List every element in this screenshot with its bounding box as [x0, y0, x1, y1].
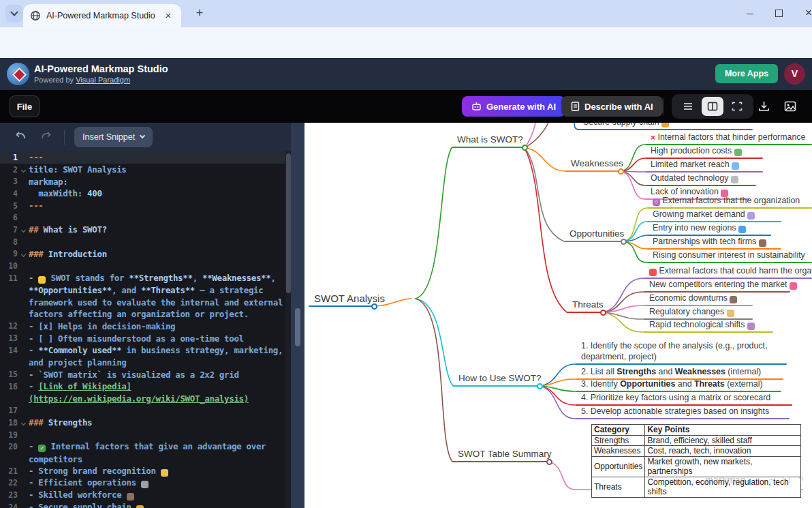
fold-chevron-icon[interactable] — [20, 168, 25, 173]
map-node-how-to-use-swot[interactable]: How to Use SWOT? — [453, 373, 546, 386]
editor-line[interactable]: 11- SWOT stands for **Strengths**, **Wea… — [0, 272, 285, 284]
undo-icon[interactable] — [14, 131, 27, 143]
editor-line[interactable]: 15- `SWOT matrix` is visualized as a 2x2… — [0, 368, 285, 380]
zoom-in-icon[interactable]: + — [755, 475, 760, 485]
map-node-opp-1[interactable]: ○ External factors that the organization — [647, 195, 804, 208]
node-fold-circle[interactable] — [600, 310, 606, 316]
fold-chevron-icon[interactable] — [20, 421, 25, 425]
editor-line[interactable]: 24- Secure supply chain — [0, 501, 285, 508]
window-close-button[interactable]: × — [805, 6, 812, 20]
new-tab-button[interactable]: + — [192, 6, 207, 20]
map-node-swot-table-summary[interactable]: SWOT Table Summary — [452, 449, 556, 462]
map-node-how-1[interactable]: 1. Identify the scope of the analysis (e… — [576, 340, 771, 364]
editor-only-view-button[interactable] — [677, 97, 699, 116]
map-node-root[interactable]: SWOT Analysis — [309, 293, 389, 306]
editor-line[interactable]: 17 — [0, 404, 285, 417]
more-apps-button[interactable]: More Apps — [715, 64, 778, 83]
editor-line[interactable]: 19 — [0, 429, 285, 441]
map-node-opp-5[interactable]: Rising consumer interest in sustainabili… — [647, 250, 809, 263]
tab-close-icon[interactable]: × — [162, 10, 174, 22]
editor-line[interactable]: (https://en.wikipedia.org/wiki/SWOT_anal… — [0, 393, 285, 405]
editor-line[interactable]: 4 maxWidth: 400 — [0, 188, 285, 200]
split-view-button[interactable] — [702, 97, 723, 116]
file-button[interactable]: File — [10, 95, 40, 117]
map-node-opp-4[interactable]: Partnerships with tech firms — [647, 236, 770, 249]
generate-with-ai-button[interactable]: Generate with AI — [462, 96, 565, 117]
editor-line[interactable]: 16- [Link of Wikipedia] — [0, 380, 285, 393]
map-node-threats[interactable]: Threats — [567, 299, 608, 312]
mindmap-panel[interactable]: SWOT AnalysisWhat is SWOT?WeaknessesOppo… — [304, 123, 812, 508]
export-image-icon[interactable] — [784, 101, 796, 112]
user-avatar[interactable]: V — [784, 63, 805, 85]
editor-line[interactable]: **Opportunities**, and **Threats** — a s… — [0, 284, 285, 297]
map-node-how-4[interactable]: 4. Prioritize key factors using a matrix… — [576, 392, 775, 405]
fullscreen-view-button[interactable] — [726, 97, 748, 116]
visual-paradigm-link[interactable]: Visual Paradigm — [76, 76, 130, 84]
node-fold-circle[interactable] — [371, 303, 377, 310]
editor-line[interactable]: 13- [ ] Often misunderstood as a one-tim… — [0, 332, 285, 344]
map-node-how-5[interactable]: 5. Develop actionable strategies based o… — [576, 406, 773, 419]
map-node-threat-2[interactable]: New competitors entering the market — [644, 279, 801, 292]
help-icon[interactable]: ? — [798, 475, 803, 485]
editor-scrollbar-thumb[interactable] — [286, 153, 291, 293]
map-node-threat-4[interactable]: Regulatory changes — [644, 306, 738, 319]
editor-line[interactable]: 5--- — [0, 200, 285, 212]
map-node-threat-5[interactable]: Rapid technological shifts — [644, 319, 759, 332]
panel-divider-handle[interactable] — [295, 308, 300, 346]
editor-line[interactable]: 12- [x] Helps in decision-making — [0, 320, 285, 333]
node-fold-circle[interactable] — [621, 239, 627, 245]
map-node-weak-3[interactable]: Limited market reach — [645, 159, 743, 172]
map-node-weak-2[interactable]: High production costs — [645, 145, 746, 158]
map-node-opp-2[interactable]: Growing market demand — [647, 209, 759, 222]
map-node-how-3[interactable]: 3. Identify Opportunities and Threats (e… — [576, 378, 767, 391]
redo-icon[interactable] — [40, 131, 53, 143]
editor-line[interactable]: framework used to evaluate the internal … — [0, 296, 285, 308]
map-node-weak-4[interactable]: Outdated technology — [645, 173, 743, 185]
editor-line[interactable]: 6 — [0, 211, 285, 224]
map-node-opp-3[interactable]: Entry into new regions — [647, 222, 750, 235]
markmap-brand[interactable]: markmap — [705, 475, 746, 485]
code-editor[interactable]: 1---2title: SWOT Analysis3markmap:4 maxW… — [0, 151, 285, 508]
map-node-what-is-swot[interactable]: What is SWOT? — [452, 134, 527, 147]
node-fold-circle[interactable] — [537, 383, 543, 389]
editor-line[interactable]: 7## What is SWOT? — [0, 224, 285, 236]
editor-line[interactable]: 9### Introduction — [0, 248, 285, 260]
editor-scrollbar[interactable] — [285, 151, 291, 508]
tab-search-button[interactable] — [5, 5, 23, 23]
download-icon[interactable] — [758, 101, 770, 112]
describe-with-ai-button[interactable]: Describe with AI — [561, 96, 663, 117]
editor-line[interactable]: and project planning — [0, 357, 285, 369]
editor-line[interactable]: 20- ✓ Internal factors that give an adva… — [0, 441, 285, 453]
node-fold-circle[interactable] — [618, 168, 624, 175]
map-node-threat-1[interactable]: External factors that could harm the org… — [644, 265, 812, 278]
map-node-opportunities[interactable]: Opportunities — [564, 228, 628, 241]
node-fold-circle[interactable] — [522, 145, 528, 151]
editor-line[interactable]: 1--- — [0, 151, 285, 164]
browser-tab[interactable]: AI-Powered Markmap Studio × — [23, 4, 181, 27]
editor-line[interactable]: 10 — [0, 260, 285, 272]
editor-line[interactable]: competitors — [0, 453, 285, 465]
map-node-threat-3[interactable]: Economic downturns — [644, 293, 741, 305]
editor-line[interactable]: 14- **Commonly used** in business strate… — [0, 344, 285, 357]
insert-snippet-button[interactable]: Insert Snippet — [74, 127, 153, 147]
editor-line[interactable]: 22- Efficient operations — [0, 477, 285, 490]
map-node-secure-supply-chain[interactable]: Secure supply chain — [578, 123, 673, 130]
zoom-out-icon[interactable]: − — [769, 475, 775, 485]
fold-chevron-icon[interactable] — [20, 228, 25, 233]
editor-line[interactable]: 23- Skilled workforce — [0, 489, 285, 501]
editor-line[interactable]: 3markmap: — [0, 175, 285, 188]
node-fold-circle[interactable] — [546, 459, 552, 465]
map-node-weaknesses[interactable]: Weaknesses — [565, 158, 627, 171]
fold-chevron-icon[interactable] — [20, 252, 25, 257]
panel-divider[interactable] — [291, 123, 304, 508]
editor-line[interactable]: 2title: SWOT Analysis — [0, 164, 285, 176]
editor-line[interactable]: 8 — [0, 236, 285, 248]
editor-line[interactable]: 21- Strong brand recognition — [0, 465, 285, 477]
window-maximize-button[interactable] — [775, 7, 783, 17]
map-node-weak-1[interactable]: × Internal factors that hinder performan… — [645, 132, 809, 145]
editor-line[interactable]: 18### Strengths — [0, 417, 285, 429]
fit-view-icon[interactable] — [783, 477, 790, 483]
window-minimize-button[interactable]: ─ — [747, 8, 753, 19]
map-node-how-2[interactable]: 2. List all Strengths and Weaknesses (in… — [576, 366, 765, 379]
editor-line[interactable]: factors affecting an organization or pro… — [0, 308, 285, 320]
